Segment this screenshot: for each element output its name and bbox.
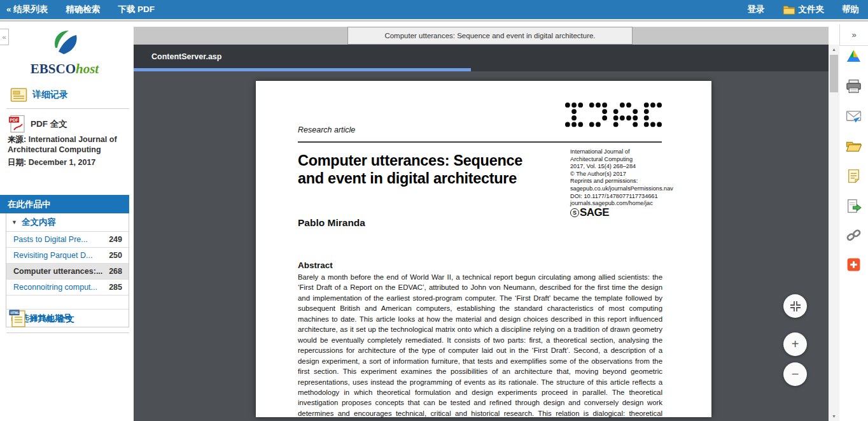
- chevron-down-icon: ▼: [11, 219, 17, 225]
- back-to-result-list-link[interactable]: « 结果列表: [6, 4, 48, 15]
- toc-page: 249: [109, 235, 122, 244]
- journal-info-block: International Journal of Architectural C…: [570, 148, 673, 208]
- collapse-tools-button[interactable]: »: [839, 24, 868, 46]
- article-title: Computer utterances: Sequence and event …: [298, 152, 522, 187]
- help-link[interactable]: 帮助: [842, 4, 859, 15]
- vertical-scrollbar[interactable]: ▲ ▼: [829, 45, 839, 421]
- ebscohost-logo: EBSCOhost: [0, 28, 129, 77]
- toc-title: Revisiting Parquet D...: [13, 251, 92, 260]
- svg-text:PDF: PDF: [10, 118, 18, 122]
- pdf-file-icon: PDF: [8, 115, 25, 133]
- export-icon: [846, 198, 862, 214]
- folder-icon: [783, 4, 795, 15]
- date-label: 日期:: [8, 158, 26, 167]
- ebsco-wordmark: EBSCO: [31, 61, 76, 76]
- in-this-work-header: 在此作品中: [0, 195, 129, 213]
- pdf-full-text-item[interactable]: PDF PDF 全文: [8, 115, 67, 133]
- toc-item-1[interactable]: Pasts to Digital Pre... 249: [6, 232, 129, 248]
- scroll-up-button[interactable]: ▲: [829, 45, 839, 54]
- sage-logo: S SAGE: [570, 206, 609, 219]
- source-value-2: Architectural Computing: [8, 145, 101, 154]
- toc-item-4[interactable]: Reconnoitring comput... 285: [6, 280, 129, 296]
- abstract-heading: Abstract: [298, 260, 333, 270]
- document-title-bar: Computer utterances: Sequence and event …: [134, 27, 829, 45]
- add-icon: [846, 257, 862, 273]
- source-info: 来源: International Journal of Architectur…: [8, 135, 117, 155]
- source-label: 来源:: [8, 135, 26, 144]
- html-file-icon: HTML: [9, 310, 26, 328]
- toc-page: 250: [109, 251, 122, 260]
- add-share-button[interactable]: [846, 257, 862, 273]
- email-button[interactable]: [846, 108, 862, 124]
- scroll-down-button[interactable]: ▼: [829, 411, 839, 421]
- zoom-out-button[interactable]: −: [783, 362, 807, 386]
- tools-panel: »: [839, 22, 868, 421]
- toc-page: 285: [109, 283, 122, 292]
- top-navigation-bar: « 结果列表 精确检索 下载 PDF 登录 文件夹 帮助: [0, 0, 868, 19]
- zoom-in-button[interactable]: +: [783, 332, 807, 356]
- source-value-1: International Journal of: [29, 135, 117, 144]
- full-text-contents-toggle[interactable]: ▼ 全文内容: [6, 213, 129, 232]
- add-to-folder-button[interactable]: [846, 138, 862, 154]
- date-info: 日期: December 1, 2017: [8, 158, 95, 168]
- scrollbar-thumb[interactable]: [830, 55, 838, 92]
- permalink-icon: [846, 227, 862, 243]
- sidebar-divider: [6, 108, 129, 109]
- notes-icon: [846, 168, 862, 184]
- detailed-record-icon: [10, 87, 27, 103]
- toc-title: Reconnoitring comput...: [13, 283, 97, 292]
- detailed-record-item[interactable]: 详细记录: [10, 87, 68, 103]
- pdf-viewer-toolbar: ContentServer.asp: [134, 45, 829, 71]
- detailed-record-label: 详细记录: [32, 89, 68, 101]
- pdf-viewport[interactable]: Research article Computer utterances: Se…: [134, 71, 829, 421]
- abstract-text: Barely a month before the end of World W…: [298, 272, 662, 417]
- html-full-text-label: HTML 全文: [31, 313, 74, 325]
- permalink-button[interactable]: [846, 227, 862, 243]
- toc-spacer: [6, 296, 129, 309]
- folder-link[interactable]: 文件夹: [783, 4, 825, 15]
- author-name: Pablo Miranda: [298, 217, 365, 229]
- pdf-full-text-label: PDF 全文: [31, 118, 67, 130]
- sage-s-icon: S: [570, 208, 579, 217]
- full-text-contents-label: 全文内容: [22, 217, 56, 228]
- host-wordmark: host: [76, 61, 99, 76]
- export-button[interactable]: [846, 198, 862, 214]
- toc-item-2[interactable]: Revisiting Parquet D... 250: [6, 248, 129, 264]
- svg-text:HTML: HTML: [10, 311, 19, 315]
- pdf-page: Research article Computer utterances: Se…: [256, 81, 711, 417]
- toc-title: Pasts to Digital Pre...: [13, 235, 88, 244]
- toc-item-3-current[interactable]: Computer utterances:... 268: [6, 264, 129, 280]
- toc-title: Computer utterances:...: [13, 267, 102, 276]
- left-sidebar: « EBSCOhost 详细记录 PDF PDF 全文 来源: Internat…: [0, 22, 129, 421]
- email-icon: [846, 108, 862, 124]
- fit-to-page-button[interactable]: [783, 294, 807, 318]
- sidebar-divider: [6, 332, 129, 333]
- google-drive-icon: [846, 48, 862, 63]
- refine-search-link[interactable]: 精确检索: [66, 4, 100, 15]
- download-pdf-link[interactable]: 下载 PDF: [118, 4, 155, 15]
- ebsco-globe-icon: [50, 28, 80, 57]
- toc-page: 268: [109, 267, 122, 276]
- print-button[interactable]: [846, 78, 862, 94]
- folder-icon: [846, 138, 862, 154]
- fit-to-page-icon: [790, 301, 801, 312]
- date-value: December 1, 2017: [29, 158, 96, 167]
- document-title-tab[interactable]: Computer utterances: Sequence and event …: [347, 27, 633, 45]
- sign-in-link[interactable]: 登录: [748, 4, 765, 15]
- content-server-label: ContentServer.asp: [151, 45, 221, 68]
- article-type: Research article: [298, 125, 355, 134]
- html-full-text-item[interactable]: HTML HTML 全文: [9, 310, 74, 328]
- google-drive-button[interactable]: [846, 48, 862, 64]
- print-icon: [846, 78, 862, 94]
- ijac-journal-logo: [565, 103, 662, 139]
- notes-button[interactable]: [846, 168, 862, 184]
- top-divider: [0, 20, 868, 22]
- header-rule: [298, 141, 662, 143]
